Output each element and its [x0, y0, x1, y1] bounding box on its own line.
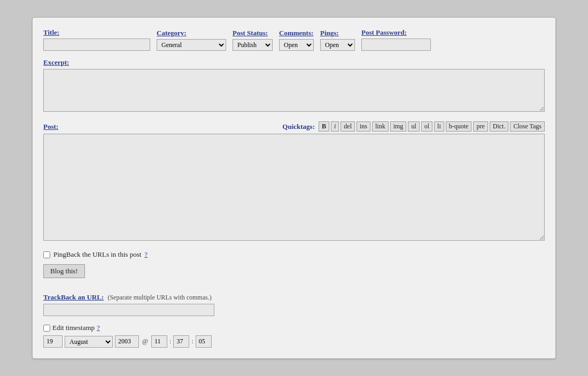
post-textarea[interactable]: [43, 134, 545, 241]
quicktag-pre[interactable]: pre: [473, 121, 488, 132]
title-input[interactable]: [43, 39, 150, 51]
timestamp-row-1: Edit timestamp ?: [43, 324, 545, 332]
post-password-input[interactable]: [361, 39, 431, 51]
post-status-label: Post Status:: [233, 29, 273, 37]
quicktag-ins[interactable]: ins: [357, 121, 370, 132]
quicktag-img[interactable]: img: [390, 121, 407, 132]
blog-this-button[interactable]: Blog this!: [43, 264, 85, 278]
trackback-section: TrackBack an URL: (Separate multiple URL…: [43, 293, 545, 316]
post-password-label: Post Password:: [361, 28, 431, 37]
post-status-group: Post Status: Publish Draft Private: [233, 29, 273, 51]
quicktag-ol[interactable]: ol: [421, 121, 432, 132]
timestamp-row-2: 19 January February March April May June…: [43, 335, 545, 348]
top-fields-row: Title: Category: General Uncategorized P…: [43, 28, 545, 51]
timestamp-sec-input[interactable]: 05: [196, 335, 212, 348]
timestamp-section: Edit timestamp ? 19 January February Mar…: [43, 324, 545, 348]
quicktag-link[interactable]: link: [372, 121, 389, 132]
edit-timestamp-question[interactable]: ?: [97, 324, 100, 332]
post-header: Post: Quicktags: B i del ins link img ul…: [43, 121, 545, 132]
quicktag-dict[interactable]: Dict.: [490, 121, 509, 132]
comments-label: Comments:: [279, 29, 314, 37]
timestamp-min-input[interactable]: 37: [173, 335, 189, 348]
title-group: Title:: [43, 28, 150, 51]
trackback-subtext: (Separate multiple URLs with commas.): [107, 294, 211, 301]
post-section: Post: Quicktags: B i del ins link img ul…: [43, 121, 545, 243]
blog-this-container: Blog this!: [43, 264, 545, 286]
title-label: Title:: [43, 28, 150, 37]
quicktag-italic[interactable]: i: [331, 121, 339, 132]
timestamp-year-input[interactable]: 2003: [115, 335, 139, 348]
quicktag-li[interactable]: li: [434, 121, 444, 132]
edit-timestamp-label: Edit timestamp: [52, 324, 95, 332]
excerpt-label: Excerpt:: [43, 58, 545, 67]
trackback-header: TrackBack an URL: (Separate multiple URL…: [43, 293, 545, 302]
quicktag-ul[interactable]: ul: [408, 121, 419, 132]
category-group: Category: General Uncategorized: [157, 29, 226, 51]
timestamp-colon-2: :: [191, 337, 193, 346]
post-label: Post:: [43, 122, 58, 131]
excerpt-textarea[interactable]: [43, 69, 545, 112]
timestamp-colon-1: :: [169, 337, 171, 346]
category-label: Category:: [157, 29, 226, 37]
quicktag-close-tags[interactable]: Close Tags: [510, 121, 545, 132]
pings-label: Pings:: [320, 29, 355, 37]
quicktags-area: Quicktags: B i del ins link img ul ol li…: [282, 121, 545, 132]
excerpt-section: Excerpt:: [43, 58, 545, 114]
quicktag-bold[interactable]: B: [319, 121, 329, 132]
category-select[interactable]: General Uncategorized: [157, 39, 226, 51]
pingback-checkbox[interactable]: [43, 251, 50, 258]
pings-group: Pings: Open Closed: [320, 29, 355, 51]
timestamp-at: @: [142, 337, 148, 346]
trackback-input[interactable]: [43, 304, 214, 316]
timestamp-month-select[interactable]: January February March April May June Ju…: [65, 336, 113, 348]
quicktag-del[interactable]: del: [341, 121, 355, 132]
quicktags-label: Quicktags:: [282, 122, 315, 131]
pingback-text: PingBack the URLs in this post: [53, 250, 141, 259]
pings-select[interactable]: Open Closed: [320, 39, 355, 51]
quicktag-bquote[interactable]: b-quote: [446, 121, 472, 132]
edit-timestamp-checkbox[interactable]: [43, 325, 50, 332]
comments-select[interactable]: Open Closed: [279, 39, 314, 51]
post-status-select[interactable]: Publish Draft Private: [233, 39, 273, 51]
pingback-row: PingBack the URLs in this post ?: [43, 250, 545, 259]
timestamp-day-input[interactable]: 19: [43, 335, 63, 348]
post-password-group: Post Password:: [361, 28, 431, 51]
timestamp-hour-input[interactable]: 11: [151, 335, 167, 348]
comments-group: Comments: Open Closed: [279, 29, 314, 51]
trackback-label: TrackBack an URL:: [43, 293, 104, 301]
form-container: Title: Category: General Uncategorized P…: [32, 17, 556, 359]
pingback-question[interactable]: ?: [144, 250, 148, 259]
